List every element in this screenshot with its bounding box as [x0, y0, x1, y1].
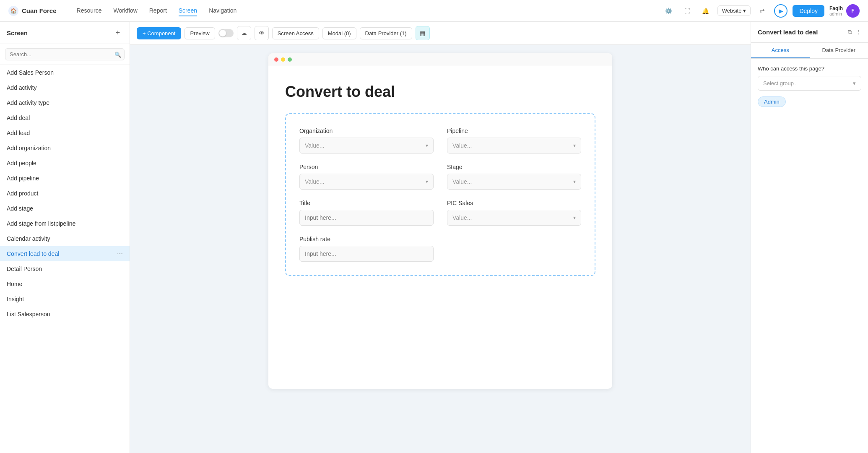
page-title: Convert to deal	[285, 83, 595, 101]
stage-select[interactable]: Value... ▾	[447, 174, 581, 190]
form-group-publish-rate: Publish rate	[299, 236, 434, 262]
sidebar-item-add-stage-from-listpipeline[interactable]: Add stage from listpipeline	[0, 216, 130, 231]
preview-button[interactable]: Preview	[185, 27, 215, 39]
organization-value: Value...	[305, 142, 324, 149]
settings-icon[interactable]: ⚙️	[662, 4, 676, 18]
person-value: Value...	[305, 178, 324, 185]
center-area: + Component Preview ☁ 👁 Screen Access Mo…	[130, 22, 751, 453]
user-role: admin	[829, 11, 843, 16]
sidebar-item-add-sales-person[interactable]: Add Sales Person	[0, 65, 130, 80]
pic-sales-select[interactable]: Value... ▾	[447, 210, 581, 226]
form-label-organization: Organization	[299, 128, 434, 134]
admin-badge[interactable]: Admin	[758, 96, 786, 107]
sidebar-item-label: Add organization	[7, 145, 51, 151]
title-input[interactable]	[299, 210, 434, 226]
sidebar-item-label: Add pipeline	[7, 175, 39, 182]
nav-navigation[interactable]: Navigation	[209, 5, 236, 16]
sidebar-item-add-deal[interactable]: Add deal	[0, 110, 130, 125]
sidebar-item-add-lead[interactable]: Add lead	[0, 125, 130, 141]
dots-menu-icon[interactable]: ⋯	[117, 250, 123, 257]
organization-select[interactable]: Value... ▾	[299, 138, 434, 154]
right-panel-body: Who can access this page? Select group .…	[751, 59, 868, 114]
user-area: Faqih admin F	[829, 4, 860, 18]
right-panel-header: Convert lead to deal ⧉ ⋮	[751, 22, 868, 43]
chevron-down-icon: ▾	[743, 8, 746, 14]
screen-access-button[interactable]: Screen Access	[272, 27, 319, 39]
main-layout: Screen + 🔍 Add Sales Person Add activity…	[0, 22, 868, 453]
sidebar-item-label: List Salesperson	[7, 311, 50, 318]
sidebar-item-insight[interactable]: Insight	[0, 292, 130, 307]
nav-workflow[interactable]: Workflow	[113, 5, 137, 16]
sidebar-item-list-salesperson[interactable]: List Salesperson	[0, 307, 130, 322]
sidebar-item-add-stage[interactable]: Add stage	[0, 201, 130, 216]
sidebar-item-label: Add activity type	[7, 99, 49, 106]
sidebar-item-add-product[interactable]: Add product	[0, 186, 130, 201]
sidebar-list: Add Sales Person Add activity Add activi…	[0, 65, 130, 453]
form-group-organization: Organization Value... ▾	[299, 128, 434, 154]
left-sidebar: Screen + 🔍 Add Sales Person Add activity…	[0, 22, 130, 453]
website-label: Website	[722, 8, 742, 14]
publish-rate-input[interactable]	[299, 246, 434, 262]
data-provider-button[interactable]: Data Provider (1)	[360, 27, 412, 39]
canvas-area: Convert to deal Organization Value... ▾	[130, 45, 751, 453]
select-group-dropdown[interactable]: Select group . ▾	[758, 76, 861, 91]
add-component-button[interactable]: + Component	[137, 27, 181, 39]
search-icon: 🔍	[114, 51, 121, 57]
sidebar-item-label: Home	[7, 281, 22, 287]
grid-icon[interactable]: ▦	[416, 26, 430, 40]
home-icon: 🏠	[8, 6, 18, 16]
chevron-down-icon: ▾	[426, 143, 428, 148]
sidebar-item-label: Add lead	[7, 130, 30, 136]
sidebar-item-home[interactable]: Home	[0, 276, 130, 292]
logo-area: 🏠 Cuan Force	[8, 6, 57, 16]
cloud-icon[interactable]: ☁	[237, 26, 251, 40]
form-label-title: Title	[299, 200, 434, 206]
nav-screen[interactable]: Screen	[179, 5, 197, 16]
tab-data-provider[interactable]: Data Provider	[810, 43, 868, 58]
more-options-icon[interactable]: ⋮	[855, 29, 861, 36]
add-screen-button[interactable]: +	[113, 28, 123, 38]
tab-access[interactable]: Access	[751, 43, 810, 58]
copy-icon[interactable]: ⧉	[848, 29, 852, 36]
pic-sales-value: Value...	[452, 214, 472, 221]
select-group-placeholder: Select group .	[763, 80, 797, 86]
chevron-down-icon: ▾	[573, 179, 576, 185]
play-button[interactable]: ▶	[774, 4, 787, 18]
minimize-dot	[281, 57, 285, 62]
modal-button[interactable]: Modal (0)	[322, 27, 356, 39]
avatar: F	[846, 4, 860, 18]
sidebar-item-add-activity-type[interactable]: Add activity type	[0, 95, 130, 110]
swap-icon[interactable]: ⇄	[756, 4, 769, 18]
toolbar: + Component Preview ☁ 👁 Screen Access Mo…	[130, 22, 751, 45]
user-name: Faqih	[829, 5, 843, 11]
nav-report[interactable]: Report	[149, 5, 167, 16]
form-group-title: Title	[299, 200, 434, 226]
bell-icon[interactable]: 🔔	[699, 4, 712, 18]
person-select[interactable]: Value... ▾	[299, 174, 434, 190]
sidebar-item-detail-person[interactable]: Detail Person	[0, 261, 130, 276]
sidebar-item-label: Detail Person	[7, 266, 42, 272]
window-controls	[268, 53, 612, 66]
fullscreen-icon[interactable]: ⛶	[681, 4, 694, 18]
eye-icon[interactable]: 👁	[255, 26, 269, 40]
website-selector[interactable]: Website ▾	[717, 5, 751, 16]
stage-value: Value...	[452, 178, 472, 185]
sidebar-item-convert-lead-to-deal[interactable]: Convert lead to deal ⋯	[0, 246, 130, 261]
deploy-button[interactable]: Deploy	[793, 5, 824, 17]
sidebar-item-label: Add stage from listpipeline	[7, 220, 75, 227]
nav-resource[interactable]: Resource	[77, 5, 102, 16]
form-group-person: Person Value... ▾	[299, 164, 434, 190]
pipeline-select[interactable]: Value... ▾	[447, 138, 581, 154]
sidebar-item-calendar-activity[interactable]: Calendar activity	[0, 231, 130, 246]
sidebar-item-add-activity[interactable]: Add activity	[0, 80, 130, 95]
sidebar-item-add-pipeline[interactable]: Add pipeline	[0, 171, 130, 186]
sidebar-item-label: Add Sales Person	[7, 69, 54, 76]
preview-toggle[interactable]	[218, 29, 234, 37]
form-card: Organization Value... ▾ Pipeline V	[285, 113, 595, 276]
sidebar-item-add-people[interactable]: Add people	[0, 156, 130, 171]
sidebar-item-add-organization[interactable]: Add organization	[0, 141, 130, 156]
search-input[interactable]	[5, 48, 125, 60]
sidebar-item-label: Add people	[7, 160, 36, 167]
sidebar-header: Screen +	[0, 22, 130, 44]
access-label: Who can access this page?	[758, 65, 861, 72]
